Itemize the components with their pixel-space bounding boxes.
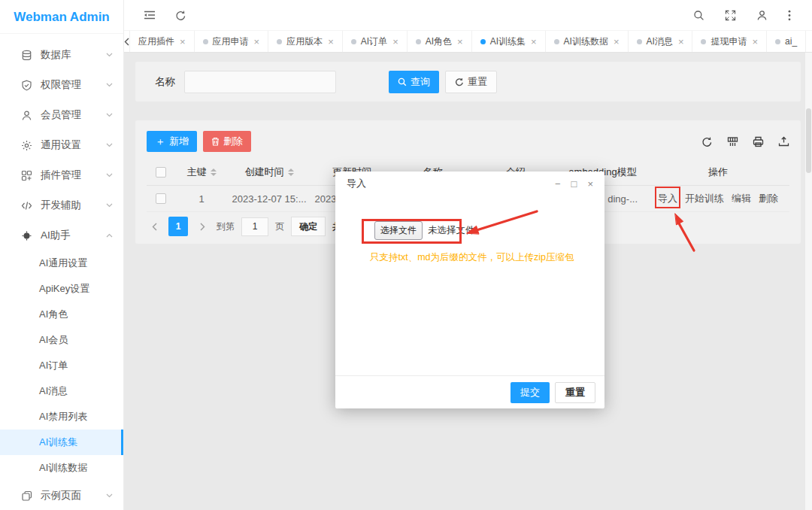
user-profile-icon[interactable]	[756, 10, 768, 21]
sidebar-item-example-pages[interactable]: 示例页面	[0, 481, 123, 510]
tab-app-plugins[interactable]: 应用插件 ×	[129, 31, 195, 52]
reset-button[interactable]: 重置	[445, 71, 497, 93]
close-icon[interactable]: ×	[457, 36, 463, 47]
chevron-down-icon	[106, 113, 113, 117]
user-icon	[21, 110, 34, 121]
tab-label: AI订单	[361, 35, 387, 48]
more-options-icon[interactable]	[788, 10, 791, 21]
prev-page-icon[interactable]	[147, 217, 162, 236]
annotation-box-import-link	[655, 187, 680, 208]
sidebar-item-dev-tools[interactable]: 开发辅助	[0, 190, 123, 220]
import-dialog: 导入 − □ × 选择文件 未选择文件 只支持txt、md为后缀的文件，可以上传…	[335, 172, 604, 408]
refresh-icon[interactable]	[175, 10, 186, 21]
tab-ai-training-data[interactable]: AI训练数据 ×	[546, 31, 629, 52]
close-icon[interactable]: ×	[254, 36, 260, 47]
goto-page-input[interactable]	[241, 217, 268, 236]
search-icon[interactable]	[693, 10, 704, 21]
shield-icon	[21, 80, 34, 91]
goto-confirm-button[interactable]: 确定	[291, 217, 326, 236]
tabbar: 应用插件 × 应用申请 × 应用版本 × AI订单 × AI角色 ×	[124, 30, 812, 53]
close-icon[interactable]: ×	[614, 36, 620, 47]
sidebar-item-label: 示例页面	[41, 489, 106, 502]
start-training-link[interactable]: 开始训练	[685, 192, 724, 205]
collapse-sidebar-icon[interactable]	[144, 10, 156, 21]
close-icon[interactable]: ×	[180, 36, 186, 47]
tab-label: AI消息	[647, 35, 673, 48]
tab-label: 应用版本	[286, 35, 323, 48]
tab-scroll-right-icon[interactable]	[806, 31, 812, 52]
column-header-created[interactable]: 创建时间	[228, 165, 311, 179]
sidebar-item-ai-messages[interactable]: AI消息	[0, 378, 123, 404]
tab-dot-icon	[554, 39, 559, 44]
tab-dot-icon	[637, 39, 642, 44]
tab-app-versions[interactable]: 应用版本 ×	[268, 31, 343, 52]
sidebar-item-settings[interactable]: 通用设置	[0, 130, 123, 160]
tab-scroll-left-icon[interactable]	[124, 31, 129, 52]
database-icon	[21, 50, 34, 61]
tab-ai-orders[interactable]: AI订单 ×	[343, 31, 408, 52]
tab-ai-training-set[interactable]: AI训练集 ×	[472, 31, 546, 52]
tab-withdrawal-requests[interactable]: 提现申请 ×	[692, 31, 767, 52]
name-field-label: 名称	[155, 75, 175, 89]
tab-ai-roles[interactable]: AI角色 ×	[408, 31, 472, 52]
sidebar-item-ai-assistant[interactable]: AI助手	[0, 220, 123, 250]
close-icon[interactable]: ×	[328, 36, 334, 47]
maximize-icon[interactable]: □	[571, 179, 577, 189]
delete-button[interactable]: 删除	[203, 131, 251, 152]
minimize-icon[interactable]: −	[555, 179, 561, 189]
tab-dot-icon	[277, 39, 282, 44]
sidebar-item-label: 会员管理	[41, 108, 106, 122]
tab-label: AI训练集	[490, 35, 526, 48]
close-icon[interactable]: ×	[392, 36, 398, 47]
tab-dot-icon	[351, 39, 356, 44]
current-page-button[interactable]: 1	[168, 217, 188, 236]
column-header-id[interactable]: 主键	[175, 165, 228, 179]
sidebar-item-ai-members[interactable]: AI会员	[0, 327, 123, 353]
sidebar-item-ai-roles[interactable]: AI角色	[0, 302, 123, 327]
sidebar-item-permissions[interactable]: 权限管理	[0, 70, 123, 100]
row-checkbox[interactable]	[156, 193, 166, 204]
sidebar-item-ai-general-settings[interactable]: AI通用设置	[0, 250, 123, 276]
sidebar-item-ai-training-data[interactable]: AI训练数据	[0, 455, 123, 481]
delete-button-label: 删除	[223, 135, 243, 148]
tab-label: ai_	[785, 36, 797, 47]
plus-icon: ＋	[155, 136, 165, 147]
tab-dot-icon	[701, 39, 706, 44]
upload-hint-text: 只支持txt、md为后缀的文件，可以上传zip压缩包	[370, 251, 574, 264]
delete-link[interactable]: 删除	[759, 192, 778, 205]
close-icon[interactable]: ×	[678, 36, 684, 47]
fullscreen-icon[interactable]	[725, 10, 736, 21]
sidebar-item-apikey-settings[interactable]: ApiKey设置	[0, 276, 123, 302]
print-icon[interactable]	[753, 136, 764, 147]
close-icon[interactable]: ×	[587, 179, 593, 189]
query-button-label: 查询	[411, 75, 430, 89]
close-icon[interactable]: ×	[531, 36, 537, 47]
tab-ai-truncated[interactable]: ai_	[767, 31, 806, 52]
dialog-reset-button[interactable]: 重置	[555, 382, 595, 403]
submit-button[interactable]: 提交	[511, 382, 550, 403]
select-all-checkbox[interactable]	[156, 167, 166, 178]
columns-filter-icon[interactable]	[727, 136, 738, 147]
table-refresh-icon[interactable]	[701, 136, 713, 147]
next-page-icon[interactable]	[195, 217, 210, 236]
tab-app-requests[interactable]: 应用申请 ×	[195, 31, 269, 52]
query-button[interactable]: 查询	[389, 71, 439, 93]
tab-ai-messages[interactable]: AI消息 ×	[629, 31, 693, 52]
scrollbar-thumb[interactable]	[806, 108, 811, 173]
sidebar-item-ai-orders[interactable]: AI订单	[0, 353, 123, 378]
sidebar-item-database[interactable]: 数据库	[0, 40, 123, 70]
add-button[interactable]: ＋ 新增	[147, 131, 197, 152]
sort-icon[interactable]	[288, 168, 294, 176]
sidebar-item-members[interactable]: 会员管理	[0, 100, 123, 130]
edit-link[interactable]: 编辑	[732, 192, 751, 205]
sidebar-item-plugins[interactable]: 插件管理	[0, 160, 123, 190]
sidebar-item-ai-blocklist[interactable]: AI禁用列表	[0, 404, 123, 430]
export-icon[interactable]	[778, 136, 789, 147]
tab-dot-icon	[775, 39, 780, 44]
scrollbar-track[interactable]	[805, 53, 812, 510]
sidebar-item-ai-training-set[interactable]: AI训练集	[0, 430, 123, 455]
sort-icon[interactable]	[211, 168, 217, 176]
name-input[interactable]	[184, 71, 336, 93]
tab-label: 提现申请	[710, 35, 747, 48]
close-icon[interactable]: ×	[752, 36, 758, 47]
